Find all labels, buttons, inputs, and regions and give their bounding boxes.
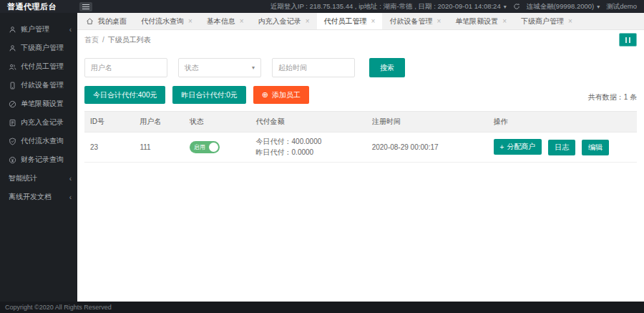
sidebar-item-payment-device-management[interactable]: 付款设备管理 xyxy=(0,76,77,95)
status-toggle-label: 启用 xyxy=(194,143,205,151)
sidebar-item-label: 单笔限额设置 xyxy=(21,99,64,109)
breadcrumb-separator: / xyxy=(102,36,104,44)
tab-payout-flow-query[interactable]: 代付流水查询 × xyxy=(134,13,200,29)
total-count-text: 共有数据：1 条 xyxy=(588,92,637,104)
menu-toggle-button[interactable] xyxy=(79,2,92,11)
status-select[interactable]: 状态 ▾ xyxy=(178,58,261,77)
chevron-left-icon: ‹ xyxy=(69,193,72,201)
close-icon[interactable]: × xyxy=(371,18,376,25)
tab-label: 代付员工管理 xyxy=(324,16,367,27)
plus-circle-icon: ⊕ xyxy=(262,90,268,100)
merchant-name: 连城金融(99998.2000) xyxy=(527,2,595,11)
sidebar-item-payout-flow-query[interactable]: 代付流水查询 xyxy=(0,132,77,150)
current-user[interactable]: 测试demo xyxy=(606,2,637,11)
breadcrumb-home[interactable]: 首页 xyxy=(84,35,99,45)
close-icon[interactable]: × xyxy=(436,18,441,25)
sidebar-item-label: 付款设备管理 xyxy=(21,80,64,90)
toggle-knob xyxy=(209,143,218,152)
tab-payment-device-management[interactable]: 付款设备管理 × xyxy=(382,13,448,29)
tab-label: 付款设备管理 xyxy=(389,16,432,27)
tab-recharge-records[interactable]: 内充入金记录 × xyxy=(251,13,317,29)
cell-id: 23 xyxy=(84,133,134,163)
header-id: ID号 xyxy=(84,112,134,133)
login-info-text: 近期登入IP : 218.75.135.44 , ip地址 : 湖南-常德 , … xyxy=(270,2,501,11)
main-panel: 我的桌面 代付流水查询 × 基本信息 × 内充入金记录 × 代付员工管理 × xyxy=(77,13,644,302)
sidebar-item-finance-records-query[interactable]: 财务记录查询 xyxy=(0,150,77,169)
employee-table: ID号 用户名 状态 代付金额 注册时间 操作 23 111 xyxy=(84,111,637,163)
start-time-input[interactable] xyxy=(272,58,355,77)
sidebar: 账户管理 ‹ 下级商户管理 代付员工管理 付款设备管理 单笔限额设置 内充 xyxy=(0,13,77,302)
username-input[interactable] xyxy=(84,58,167,77)
money-icon xyxy=(9,156,16,164)
breadcrumb: 首页 / 下级员工列表 xyxy=(77,30,644,49)
filter-row: 状态 ▾ 搜索 xyxy=(84,58,637,77)
amount-today: 今日代付：400.0000 xyxy=(256,137,361,148)
topbar: 普通代理后台 近期登入IP : 218.75.135.44 , ip地址 : 湖… xyxy=(0,0,644,13)
sidebar-item-sub-merchant-management[interactable]: 下级商户管理 xyxy=(0,39,77,57)
caret-down-icon: ▾ xyxy=(597,4,600,10)
sidebar-item-smart-statistics[interactable]: 智能统计 ‹ xyxy=(0,169,77,188)
content: 状态 ▾ 搜索 今日合计代付:400元 昨日合计代付:0元 ⊕ 添加员工 共有数… xyxy=(77,49,644,302)
tab-label: 内充入金记录 xyxy=(258,16,301,27)
tab-single-limit-settings[interactable]: 单笔限额设置 × xyxy=(448,13,514,29)
add-employee-button[interactable]: ⊕ 添加员工 xyxy=(253,86,309,104)
header-operations: 操作 xyxy=(488,112,638,133)
chevron-left-icon: ‹ xyxy=(69,175,72,183)
caret-down-icon: ▾ xyxy=(252,64,255,71)
status-toggle[interactable]: 启用 xyxy=(190,141,220,153)
screen: 普通代理后台 近期登入IP : 218.75.135.44 , ip地址 : 湖… xyxy=(0,0,644,313)
cell-register-time: 2020-08-29 00:00:17 xyxy=(366,133,488,163)
sidebar-item-label: 内充入金记录 xyxy=(21,117,64,127)
sidebar-item-offline-dev-docs[interactable]: 离线开发文档 ‹ xyxy=(0,188,77,206)
pause-refresh-button[interactable] xyxy=(619,33,637,47)
log-button[interactable]: 日志 xyxy=(548,140,575,155)
tab-basic-info[interactable]: 基本信息 × xyxy=(200,13,251,29)
search-button[interactable]: 搜索 xyxy=(369,58,405,77)
users-icon xyxy=(9,63,16,71)
mobile-device-icon xyxy=(9,82,16,90)
layout: 账户管理 ‹ 下级商户管理 代付员工管理 付款设备管理 单笔限额设置 内充 xyxy=(0,13,644,302)
cell-payout-amount: 今日代付：400.0000 昨日代付：0.0000 xyxy=(250,133,366,163)
edit-button[interactable]: 编辑 xyxy=(582,140,609,155)
copyright-text: Copyright ©2020 All Rights Reserved xyxy=(5,304,112,311)
close-icon[interactable]: × xyxy=(502,18,507,25)
close-icon[interactable]: × xyxy=(568,18,572,25)
sidebar-item-recharge-records[interactable]: 内充入金记录 xyxy=(0,113,77,132)
amount-yesterday: 昨日代付：0.0000 xyxy=(256,148,361,158)
home-icon xyxy=(86,17,94,25)
assign-merchant-label: 分配商户 xyxy=(507,142,535,152)
sidebar-item-account-management[interactable]: 账户管理 ‹ xyxy=(0,20,77,39)
sidebar-item-label: 离线开发文档 xyxy=(9,192,52,202)
close-icon[interactable]: × xyxy=(188,18,192,25)
merchant-menu[interactable]: 连城金融(99998.2000) ▾ xyxy=(527,2,600,11)
cell-operations: + 分配商户 日志 编辑 xyxy=(488,133,638,163)
sidebar-item-label: 代付流水查询 xyxy=(21,136,64,146)
table-row: 23 111 启用 今日代付：400.0000 昨日代付：0.0000 xyxy=(84,133,637,163)
header-status: 状态 xyxy=(184,112,250,133)
sidebar-item-label: 代付员工管理 xyxy=(21,62,64,72)
tab-bar: 我的桌面 代付流水查询 × 基本信息 × 内充入金记录 × 代付员工管理 × xyxy=(77,13,644,30)
tab-sub-merchant-management[interactable]: 下级商户管理 × xyxy=(514,13,580,29)
sidebar-item-single-limit-settings[interactable]: 单笔限额设置 xyxy=(0,95,77,113)
refresh-icon[interactable] xyxy=(513,3,520,10)
assign-merchant-button[interactable]: + 分配商户 xyxy=(494,139,542,155)
close-icon[interactable]: × xyxy=(306,18,310,25)
add-employee-label: 添加员工 xyxy=(272,90,301,100)
shield-check-icon xyxy=(9,138,16,145)
today-total-button[interactable]: 今日合计代付:400元 xyxy=(84,86,165,104)
cell-username: 111 xyxy=(134,133,183,163)
user-icon xyxy=(9,44,16,52)
tab-payout-staff-management[interactable]: 代付员工管理 × xyxy=(317,13,383,29)
document-icon xyxy=(9,119,16,127)
yesterday-total-button[interactable]: 昨日合计代付:0元 xyxy=(172,86,245,104)
cell-status: 启用 xyxy=(184,133,250,163)
login-info[interactable]: 近期登入IP : 218.75.135.44 , ip地址 : 湖南-常德 , … xyxy=(270,2,507,11)
sidebar-item-payout-staff-management[interactable]: 代付员工管理 xyxy=(0,57,77,76)
close-icon[interactable]: × xyxy=(240,18,244,25)
plus-icon: + xyxy=(500,143,504,151)
caret-down-icon: ▾ xyxy=(504,4,507,10)
sidebar-item-label: 账户管理 xyxy=(21,24,49,34)
sidebar-item-label: 智能统计 xyxy=(9,173,37,183)
pause-icon xyxy=(629,37,630,43)
tab-my-desktop[interactable]: 我的桌面 xyxy=(79,13,134,29)
